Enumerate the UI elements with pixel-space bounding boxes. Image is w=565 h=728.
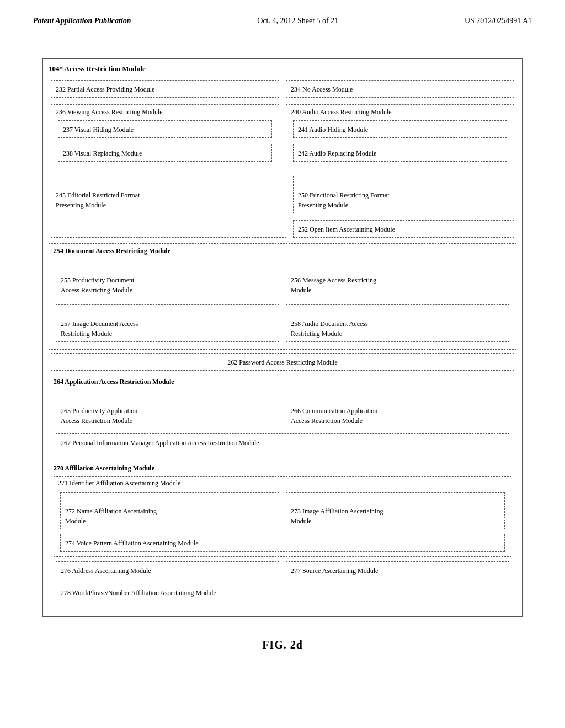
box-236-group: 236 Viewing Access Restricting Module 23… [51,104,279,169]
section-264: 264 Application Access Restriction Modul… [49,374,516,457]
box-266: 266 Communication Application Access Res… [286,392,509,429]
row-265-266: 265 Productivity Application Access Rest… [54,389,511,431]
box-252-label: 252 Open Item Ascertaining Module [298,226,395,233]
header-patent-number: US 2012/0254991 A1 [465,17,532,25]
inner-row-237-238: 237 Visual Hiding Module [56,118,274,140]
row-255-256: 255 Productivity Document Access Restric… [54,259,511,301]
row-276-277: 276 Address Ascertaining Module 277 Sour… [54,559,511,581]
box-256-label: 256 Message Access Restricting Module [291,276,376,294]
section-270-title: 270 Affiliation Ascertaining Module [54,464,511,473]
box-232: 232 Partial Access Providing Module [51,80,279,98]
box-274-label: 274 Voice Pattern Affiliation Ascertaini… [65,539,199,547]
page-header: Patent Application Publication Oct. 4, 2… [33,17,532,25]
box-262-label: 262 Password Access Restricting Module [227,358,337,366]
box-237-label: 237 Visual Hiding Module [63,126,134,133]
box-273: 273 Image Affiliation Ascertaining Modul… [286,492,505,529]
box-276: 276 Address Ascertaining Module [56,561,279,579]
box-250-label: 250 Functional Restricting Format Presen… [298,191,390,209]
group-250-252: 250 Functional Restricting Format Presen… [291,174,516,240]
box-255: 255 Productivity Document Access Restric… [56,261,279,298]
box-241: 241 Audio Hiding Module [293,120,507,138]
box-273-label: 273 Image Affiliation Ascertaining Modul… [291,507,383,525]
box-238-label: 238 Visual Replacing Module [63,149,142,157]
box-267: 267 Personal Information Manager Applica… [56,433,509,451]
header-date-sheet: Oct. 4, 2012 Sheet 5 of 21 [257,17,338,25]
section-271: 271 Identifier Affiliation Ascertaining … [54,476,511,557]
box-265: 265 Productivity Application Access Rest… [56,392,279,429]
box-277-label: 277 Source Ascertaining Module [291,567,378,575]
row-232-234: 232 Partial Access Providing Module 234 … [49,78,516,100]
box-242-label: 242 Audio Replacing Module [298,149,376,157]
box-274: 274 Voice Pattern Affiliation Ascertaini… [60,534,505,552]
box-257-label: 257 Image Document Access Restricting Mo… [61,320,138,338]
section-254-title: 254 Document Access Restricting Module [54,247,511,255]
row-257-258: 257 Image Document Access Restricting Mo… [54,302,511,344]
box-278-label: 278 Word/Phrase/Number Affiliation Ascer… [61,589,216,597]
box-238: 238 Visual Replacing Module [58,144,272,162]
box-234: 234 No Access Module [286,80,514,98]
box-256: 256 Message Access Restricting Module [286,261,509,298]
box-276-label: 276 Address Ascertaining Module [61,567,151,575]
box-234-label: 234 No Access Module [291,85,353,93]
box-278: 278 Word/Phrase/Number Affiliation Ascer… [56,584,509,601]
box-252: 252 Open Item Ascertaining Module [293,220,514,238]
header-publication-label: Patent Application Publication [33,17,131,25]
section-270: 270 Affiliation Ascertaining Module 271 … [49,461,516,607]
box-237: 237 Visual Hiding Module [58,120,272,138]
box-272: 272 Name Affiliation Ascertaining Module [60,492,279,529]
box-262: 262 Password Access Restricting Module [51,353,514,371]
box-241-label: 241 Audio Hiding Module [298,126,368,133]
page: Patent Application Publication Oct. 4, 2… [0,0,565,728]
box-258: 258 Audio Document Access Restricting Mo… [286,304,509,342]
inner-row-242: 242 Audio Replacing Module [291,142,509,164]
row-236-240: 236 Viewing Access Restricting Module 23… [49,102,516,172]
box-265-label: 265 Productivity Application Access Rest… [61,407,137,425]
box-242: 242 Audio Replacing Module [293,144,507,162]
box-255-label: 255 Productivity Document Access Restric… [61,276,134,294]
main-diagram: 104* Access Restriction Module 232 Parti… [42,58,523,617]
box-240-group: 240 Audio Access Restricting Module 241 … [286,104,514,169]
box-240-title: 240 Audio Access Restricting Module [291,108,509,116]
section-254: 254 Document Access Restricting Module 2… [49,243,516,350]
diagram-title: 104* Access Restriction Module [49,65,516,73]
section-271-title: 271 Identifier Affiliation Ascertaining … [58,479,507,488]
row-245-250: 245 Editorial Restricted Format Presenti… [49,174,516,240]
box-272-label: 272 Name Affiliation Ascertaining Module [65,507,157,525]
box-266-label: 266 Communication Application Access Res… [291,407,377,425]
box-258-label: 258 Audio Document Access Restricting Mo… [291,320,368,338]
box-232-label: 232 Partial Access Providing Module [56,85,154,93]
row-272-273: 272 Name Affiliation Ascertaining Module… [58,490,507,532]
box-250: 250 Functional Restricting Format Presen… [293,176,514,213]
inner-row-238: 238 Visual Replacing Module [56,142,274,164]
box-257: 257 Image Document Access Restricting Mo… [56,304,279,342]
inner-row-241: 241 Audio Hiding Module [291,118,509,140]
box-236-title: 236 Viewing Access Restricting Module [56,108,274,116]
section-264-title: 264 Application Access Restriction Modul… [54,378,511,386]
box-267-label: 267 Personal Information Manager Applica… [61,439,259,447]
box-277: 277 Source Ascertaining Module [286,561,509,579]
box-245-label: 245 Editorial Restricted Format Presenti… [56,191,140,209]
figure-caption: FIG. 2d [33,639,532,651]
box-245: 245 Editorial Restricted Format Presenti… [51,176,286,238]
